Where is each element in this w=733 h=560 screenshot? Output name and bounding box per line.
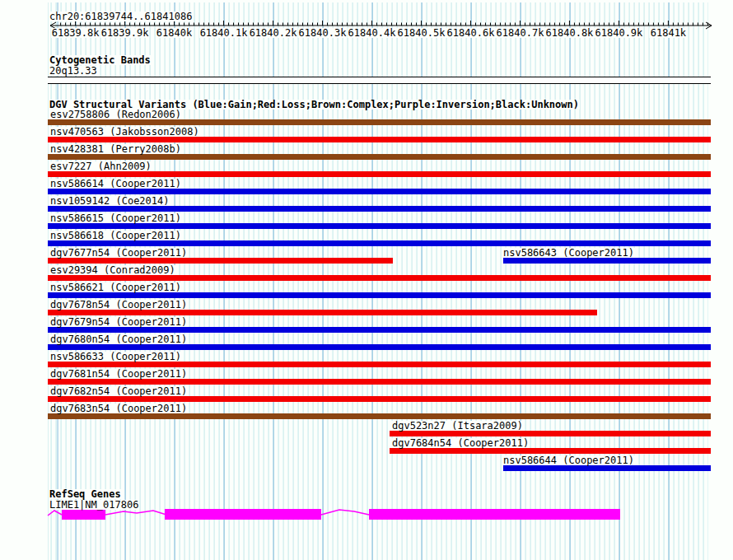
ruler-tick-label: 61840.6k xyxy=(446,28,496,38)
cytogenetic-section-title: Cytogenetic Bands xyxy=(49,55,152,65)
variant-bar[interactable] xyxy=(48,310,597,315)
variant-bar[interactable] xyxy=(48,379,711,385)
ruler-tick-label: 61841k xyxy=(650,28,687,38)
ruler-tick-label: 61840.7k xyxy=(496,28,545,38)
cytogenetic-band-name: 20q13.33 xyxy=(49,66,98,76)
variant-bar[interactable] xyxy=(48,189,711,194)
gene-intron-line xyxy=(321,510,369,515)
variant-bar[interactable] xyxy=(48,327,711,333)
variant-bar[interactable] xyxy=(48,137,711,142)
variant-label: dgv7679n54 (Cooper2011) xyxy=(49,317,188,327)
variant-label: dgv7678n54 (Cooper2011) xyxy=(49,300,188,310)
refseq-section-title: RefSeq Genes xyxy=(49,489,122,499)
variant-label: nsv470563 (Jakobsson2008) xyxy=(49,127,200,137)
variant-label: nsv428381 (Perry2008b) xyxy=(49,144,182,154)
variant-label: esv2758806 (Redon2006) xyxy=(49,110,182,119)
ruler-arrowhead xyxy=(706,22,712,26)
variant-bar[interactable] xyxy=(390,448,711,454)
variant-bar[interactable] xyxy=(390,431,711,436)
cytogenetic-band xyxy=(48,77,711,84)
ruler-tick-label: 61840.2k xyxy=(249,28,298,38)
ruler-tick-label: 61840.5k xyxy=(397,28,446,38)
gene-exon[interactable] xyxy=(369,509,620,520)
variant-label: nsv586643 (Cooper2011) xyxy=(502,248,635,258)
variant-label: nsv586615 (Cooper2011) xyxy=(49,213,182,223)
variant-bar[interactable] xyxy=(48,396,711,402)
genome-browser-view: chr20:61839744..61841086 61839.8k61839.9… xyxy=(0,0,733,560)
ruler-tick-label: 61840.4k xyxy=(348,28,397,38)
variant-label: dgv7684n54 (Cooper2011) xyxy=(391,438,530,448)
ruler-tick-label: 61839.8k xyxy=(51,28,100,38)
ruler-arrowhead xyxy=(706,26,712,29)
variant-label: nsv586618 (Cooper2011) xyxy=(49,231,182,240)
variant-bar[interactable] xyxy=(48,206,711,212)
gene-exon[interactable] xyxy=(165,509,321,520)
variant-bar[interactable] xyxy=(503,465,711,471)
ruler-tick-label: 61840.3k xyxy=(298,28,348,38)
ruler-arrowhead xyxy=(50,22,56,26)
variant-label: dgv7677n54 (Cooper2011) xyxy=(49,248,188,258)
variant-label: dgv523n27 (Itsara2009) xyxy=(391,421,524,431)
ruler-tick-label: 61840.8k xyxy=(545,28,595,38)
variant-bar[interactable] xyxy=(48,362,711,367)
ruler-tick-label: 61840.1k xyxy=(199,28,249,38)
ruler-tick-label: 61840k xyxy=(156,28,193,38)
variant-bar[interactable] xyxy=(48,240,711,246)
variant-label: nsv586614 (Cooper2011) xyxy=(49,179,182,189)
variant-label: nsv586644 (Cooper2011) xyxy=(502,455,635,465)
variant-label: esv29394 (Conrad2009) xyxy=(49,265,176,275)
variant-bar[interactable] xyxy=(48,344,711,350)
variant-label: esv7227 (Ahn2009) xyxy=(49,161,152,171)
variant-label: dgv7683n54 (Cooper2011) xyxy=(49,404,188,413)
variant-bar[interactable] xyxy=(48,154,711,160)
variant-label: dgv7681n54 (Cooper2011) xyxy=(49,369,188,379)
variant-label: nsv1059142 (Coe2014) xyxy=(49,196,170,206)
variant-bar[interactable] xyxy=(48,171,711,177)
variant-bar[interactable] xyxy=(48,275,711,281)
gene-intron-line xyxy=(105,511,166,515)
variant-label: dgv7682n54 (Cooper2011) xyxy=(49,386,188,396)
region-position-label: chr20:61839744..61841086 xyxy=(49,12,193,21)
variant-label: nsv586621 (Cooper2011) xyxy=(49,282,182,292)
variant-bar[interactable] xyxy=(48,223,711,229)
variant-bar[interactable] xyxy=(48,119,711,125)
variant-bar[interactable] xyxy=(503,258,711,264)
ruler-tick-label: 61839.9k xyxy=(100,28,150,38)
variant-bar[interactable] xyxy=(48,258,393,264)
gene-name-label: LIME1|NM_017806 xyxy=(49,500,139,510)
ruler-tick-label: 61840.9k xyxy=(595,28,644,38)
gene-intron-line xyxy=(48,511,62,516)
variant-label: nsv586633 (Cooper2011) xyxy=(49,352,182,362)
variant-label: dgv7680n54 (Cooper2011) xyxy=(49,334,188,344)
variant-bar[interactable] xyxy=(48,292,711,298)
variant-bar[interactable] xyxy=(48,413,711,419)
